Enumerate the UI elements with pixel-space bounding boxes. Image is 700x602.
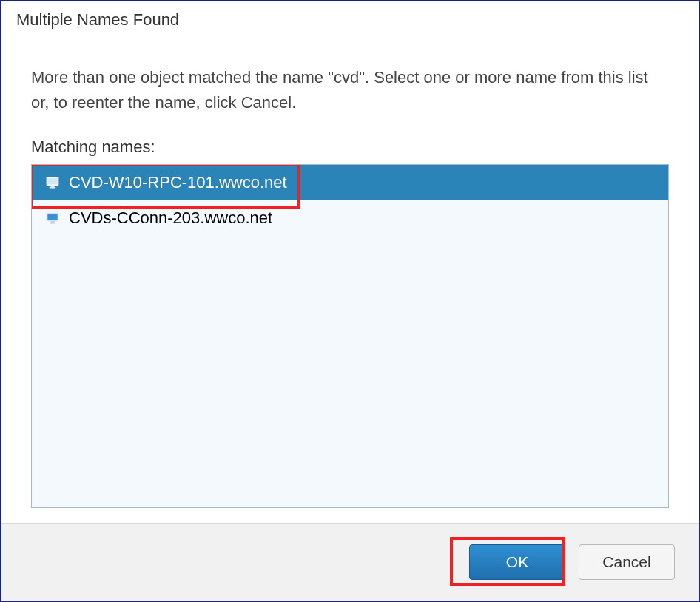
svg-rect-2 [51, 186, 55, 187]
svg-rect-3 [50, 187, 55, 189]
dialog-title: Multiple Names Found [1, 1, 699, 35]
list-item[interactable]: CVDs-CConn-203.wwco.net [32, 200, 668, 236]
list-item[interactable]: CVD-W10-RPC-101.wwco.net [32, 165, 668, 200]
svg-rect-1 [47, 178, 57, 184]
computer-icon [45, 211, 60, 226]
svg-rect-6 [51, 221, 55, 223]
computer-icon [45, 175, 60, 190]
list-item-label: CVD-W10-RPC-101.wwco.net [69, 173, 287, 192]
cancel-button[interactable]: Cancel [579, 544, 675, 580]
button-bar: OK Cancel [1, 523, 699, 601]
ok-button-label: OK [506, 553, 528, 571]
dialog-content: More than one object matched the name "c… [1, 35, 699, 523]
cancel-button-label: Cancel [602, 553, 650, 571]
matching-names-label: Matching names: [31, 138, 669, 157]
svg-rect-7 [50, 223, 55, 224]
svg-rect-5 [47, 214, 57, 220]
instructions-text: More than one object matched the name "c… [31, 65, 669, 115]
matching-names-list[interactable]: CVD-W10-RPC-101.wwco.net CVDs-CConn-203.… [31, 164, 669, 508]
multiple-names-dialog: Multiple Names Found More than one objec… [0, 0, 700, 602]
list-item-label: CVDs-CConn-203.wwco.net [69, 209, 272, 228]
ok-button[interactable]: OK [469, 544, 565, 580]
